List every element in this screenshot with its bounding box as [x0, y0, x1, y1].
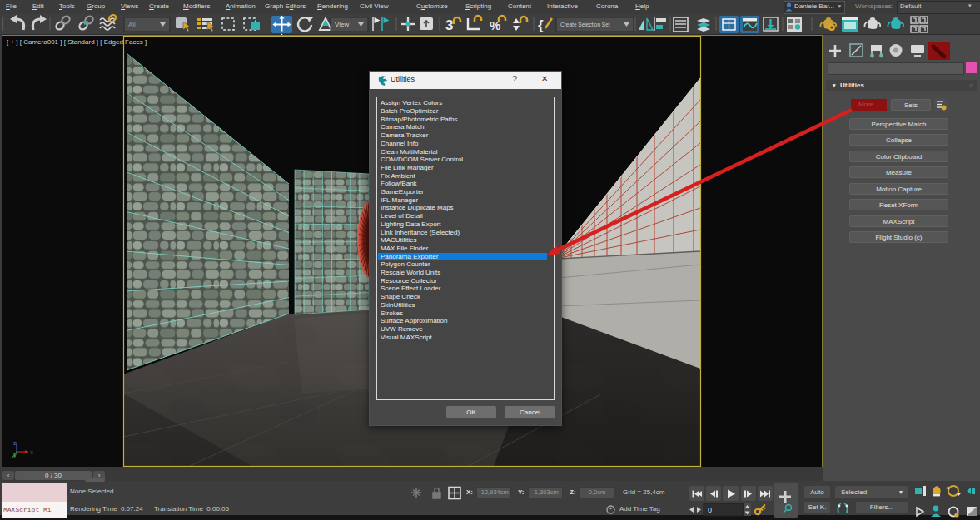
- svg-text:{: {: [538, 17, 544, 33]
- svg-text:All: All: [128, 21, 136, 28]
- svg-text:0: 0: [708, 506, 712, 514]
- svg-text:Create Selection Set: Create Selection Set: [560, 22, 610, 27]
- svg-text:z: z: [13, 439, 17, 447]
- svg-text:y: y: [13, 451, 17, 458]
- svg-text:x: x: [30, 448, 33, 456]
- svg-text:View: View: [335, 21, 349, 28]
- svg-text:3: 3: [445, 17, 453, 33]
